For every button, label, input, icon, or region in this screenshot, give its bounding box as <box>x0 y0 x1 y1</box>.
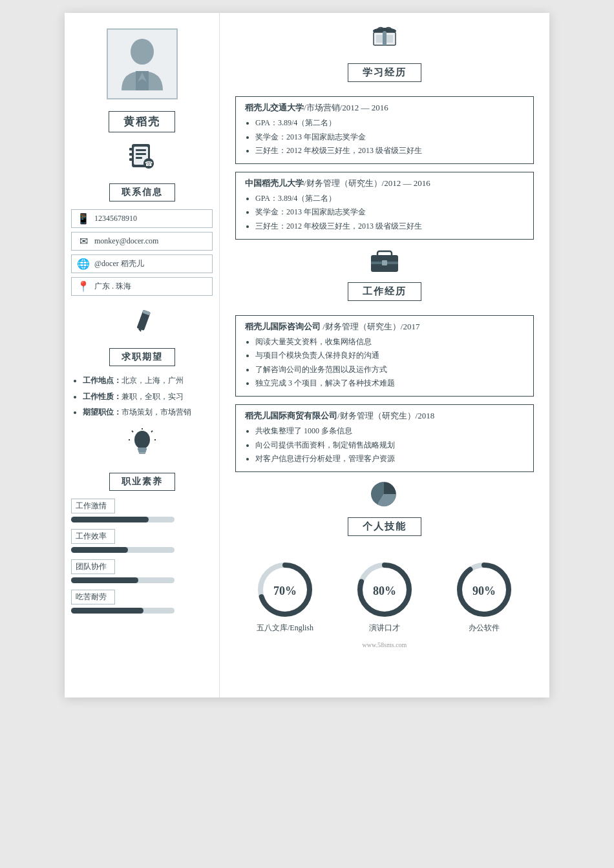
resume-page: 黄稻壳 ☎ 联系信息 📱 12345 <box>65 13 549 698</box>
skill-circle-3: 90% 办公软件 <box>455 561 513 634</box>
skill-hardwork-fill <box>71 608 143 614</box>
svg-point-0 <box>131 39 154 65</box>
contact-icon: ☎ <box>128 141 156 177</box>
job-position-label: 期望职位： <box>83 408 122 417</box>
work-detail-2: /财务管理（研究生）/2018 <box>337 411 434 420</box>
skill-icon <box>370 480 399 515</box>
job-type-value: 兼职，全职，实习 <box>122 392 184 401</box>
edu-school-1: 稻壳儿交通大学 <box>245 103 304 112</box>
edu-item-1: 稻壳儿交通大学/市场营销/2012 — 2016 GPA：3.89/4（第二名）… <box>235 96 534 164</box>
work-item-1-bullet-2: 了解咨询公司的业务范围以及运作方式 <box>255 363 524 377</box>
contact-title: 联系信息 <box>109 183 175 202</box>
edu-item-1-bullet-2: 三好生：2012 年校级三好生，2013 级省级三好生 <box>255 144 524 158</box>
skill-teamwork-label: 团队协作 <box>71 559 115 574</box>
contact-list: 📱 12345678910 ✉ monkey@docer.com 🌐 @doce… <box>71 209 213 300</box>
watermark: www.58sms.com <box>235 641 534 648</box>
skill-efficiency-bg <box>71 547 175 553</box>
work-icon <box>368 247 401 280</box>
skill-passion-label: 工作激情 <box>71 499 115 513</box>
contact-email: ✉ monkey@docer.com <box>71 232 213 251</box>
skill-bar-teamwork: 团队协作 <box>71 559 213 583</box>
svg-rect-29 <box>383 31 386 45</box>
svg-point-16 <box>134 431 150 449</box>
edu-item-2-list: GPA：3.89/4（第二名） 奖学金：2013 年国家励志奖学金 三好生：20… <box>245 192 524 234</box>
skill-hardwork-label: 吃苦耐劳 <box>71 590 115 604</box>
edu-item-1-bullet-0: GPA：3.89/4（第二名） <box>255 116 524 130</box>
web-value: @docer 稻壳儿 <box>94 258 144 269</box>
svg-line-22 <box>151 431 153 432</box>
skill-circle-1: 70% 五八文库/English <box>256 561 314 634</box>
edu-item-2-bullet-0: GPA：3.89/4（第二名） <box>255 192 524 206</box>
avatar-icon <box>116 34 168 95</box>
job-expectation-list: 工作地点：北京，上海，广州 工作性质：兼职，全职，实习 期望职位：市场策划，市场… <box>71 374 213 422</box>
skill-bars: 工作激情 工作效率 团队协作 吃苦耐劳 <box>71 499 213 620</box>
name-text: 黄稻壳 <box>123 116 160 128</box>
job-position-value: 市场策划，市场营销 <box>122 408 191 417</box>
svg-rect-38 <box>382 260 387 265</box>
edu-school-2: 中国稻壳儿大学 <box>245 178 304 188</box>
svg-rect-27 <box>376 35 383 43</box>
job-item-position: 期望职位：市场策划，市场营销 <box>83 406 213 420</box>
pro-icon <box>128 428 156 466</box>
skill-circle-3-svg: 90% <box>455 561 513 619</box>
skill-circle-2-pct: 80% <box>373 584 396 597</box>
edu-detail-2: /财务管理（研究生）/2012 — 2016 <box>304 178 430 188</box>
skill-passion-bg <box>71 517 175 522</box>
edu-item-1-list: GPA：3.89/4（第二名） 奖学金：2013 年国家励志奖学金 三好生：20… <box>245 116 524 158</box>
skill-efficiency-fill <box>71 547 128 553</box>
svg-rect-28 <box>386 35 393 43</box>
skill-circle-2-svg: 80% <box>355 561 414 619</box>
work-company-1: 稻壳儿国际咨询公司 <box>245 322 321 331</box>
work-item-1-bullet-1: 与项目个模块负责人保持良好的沟通 <box>255 349 524 363</box>
edu-section-wrap: 学习经历 <box>235 26 534 90</box>
skill-bar-passion: 工作激情 <box>71 499 213 522</box>
phone-value: 12345678910 <box>94 214 137 223</box>
skill-circle-1-svg: 70% <box>256 561 314 619</box>
edu-item-2-bullet-2: 三好生：2012 年校级三好生，2013 级省级三好生 <box>255 220 524 234</box>
contact-location: 📍 广东 . 珠海 <box>71 277 213 296</box>
edu-item-2: 中国稻壳儿大学/财务管理（研究生）/2012 — 2016 GPA：3.89/4… <box>235 172 534 240</box>
skill-section-wrap: 个人技能 <box>235 480 534 544</box>
work-item-2-header: 稻壳儿国际商贸有限公司/财务管理（研究生）/2018 <box>245 410 524 422</box>
work-item-2-bullet-1: 向公司提供书面资料，制定销售战略规划 <box>255 439 524 453</box>
svg-rect-5 <box>136 149 146 151</box>
job-title: 求职期望 <box>109 348 175 366</box>
edu-item-1-header: 稻壳儿交通大学/市场营销/2012 — 2016 <box>245 102 524 114</box>
edu-title: 学习经历 <box>348 63 421 82</box>
pro-title: 职业素养 <box>109 473 175 491</box>
edu-item-1-bullet-1: 奖学金：2013 年国家励志奖学金 <box>255 130 524 145</box>
skill-teamwork-bg <box>71 577 175 583</box>
skill-bar-efficiency: 工作效率 <box>71 529 213 553</box>
work-item-1-bullet-0: 阅读大量英文资料，收集网络信息 <box>255 335 524 349</box>
svg-rect-6 <box>136 153 146 155</box>
skill-teamwork-fill <box>71 577 138 583</box>
svg-text:☎: ☎ <box>145 160 153 167</box>
job-type-label: 工作性质： <box>83 392 122 401</box>
job-item-type: 工作性质：兼职，全职，实习 <box>83 390 213 404</box>
work-company-2: 稻壳儿国际商贸有限公司 <box>245 411 337 420</box>
location-value: 广东 . 珠海 <box>94 281 131 292</box>
skill-section-title: 个人技能 <box>348 517 421 536</box>
skill-efficiency-label: 工作效率 <box>71 529 115 544</box>
skill-circle-2-label: 演讲口才 <box>369 623 400 634</box>
contact-phone: 📱 12345678910 <box>71 209 213 228</box>
work-item-2: 稻壳儿国际商贸有限公司/财务管理（研究生）/2018 共收集整理了 1000 多… <box>235 404 534 472</box>
avatar <box>107 28 178 99</box>
skill-hardwork-bg <box>71 608 175 614</box>
skill-bar-hardwork: 吃苦耐劳 <box>71 590 213 614</box>
job-location-label: 工作地点： <box>83 376 122 385</box>
svg-rect-10 <box>129 158 132 161</box>
skill-circles: 70% 五八文库/English 80% 演讲口才 90% <box>235 561 534 634</box>
web-icon: 🌐 <box>77 258 90 270</box>
job-icon <box>128 306 156 342</box>
location-icon: 📍 <box>77 280 90 293</box>
edu-item-2-header: 中国稻壳儿大学/财务管理（研究生）/2012 — 2016 <box>245 178 524 189</box>
svg-rect-8 <box>129 148 132 150</box>
job-location-value: 北京，上海，广州 <box>122 376 184 385</box>
name-box: 黄稻壳 <box>109 111 175 132</box>
work-item-2-list: 共收集整理了 1000 多条信息 向公司提供书面资料，制定销售战略规划 对客户信… <box>245 424 524 466</box>
skill-circle-3-pct: 90% <box>472 584 496 597</box>
edu-icon <box>368 26 401 61</box>
skill-circle-1-pct: 70% <box>273 584 297 597</box>
work-item-1-list: 阅读大量英文资料，收集网络信息 与项目个模块负责人保持良好的沟通 了解咨询公司的… <box>245 335 524 391</box>
